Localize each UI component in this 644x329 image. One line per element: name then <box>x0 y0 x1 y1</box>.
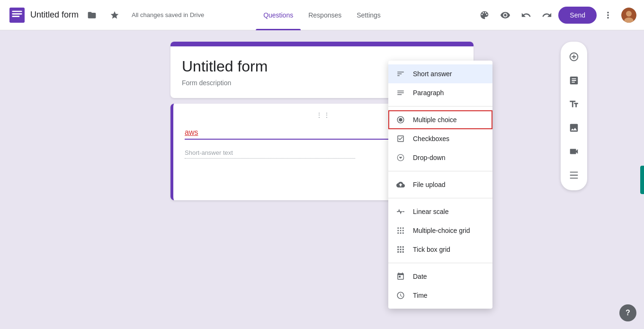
redo-button[interactable] <box>537 6 556 25</box>
svg-point-13 <box>402 227 404 229</box>
svg-rect-26 <box>397 251 399 253</box>
dropdown-label-linear-scale: Linear scale <box>413 208 449 215</box>
dropdown-label-multiple-choice-grid: Multiple-choice grid <box>413 227 470 234</box>
saved-text: All changes saved in Drive <box>132 11 204 18</box>
topbar-right: Send <box>475 6 636 25</box>
add-section-button[interactable] <box>563 164 585 187</box>
dropdown-item-checkboxes[interactable]: Checkboxes <box>388 129 492 148</box>
divider-1 <box>388 106 492 107</box>
divider-2 <box>388 171 492 171</box>
svg-rect-0 <box>9 8 25 23</box>
dropdown-menu: Short answer Paragraph Multiple choice C… <box>388 61 492 309</box>
import-questions-button[interactable] <box>563 69 585 92</box>
main-content: Untitled form Form description ⋮⋮ Short-… <box>0 30 644 329</box>
date-icon <box>396 272 405 281</box>
svg-rect-22 <box>402 246 404 248</box>
star-button[interactable] <box>105 6 124 25</box>
add-title-button[interactable] <box>563 93 585 116</box>
svg-point-12 <box>400 227 402 229</box>
dropdown-item-multiple-choice-grid[interactable]: Multiple-choice grid <box>388 221 492 240</box>
folder-button[interactable] <box>82 6 101 25</box>
dropdown-label-date: Date <box>413 273 427 280</box>
svg-point-10 <box>403 211 404 212</box>
dropdown-label-checkboxes: Checkboxes <box>413 135 449 142</box>
svg-rect-20 <box>397 246 399 248</box>
svg-rect-23 <box>397 249 399 250</box>
dropdown-item-time[interactable]: Time <box>388 286 492 305</box>
dropdown-item-file-upload[interactable]: File upload <box>388 175 492 194</box>
svg-point-19 <box>402 232 404 234</box>
dropdown-label-tick-box-grid: Tick box grid <box>413 246 450 253</box>
divider-3 <box>388 198 492 198</box>
svg-point-16 <box>402 230 404 231</box>
green-tab <box>640 166 644 194</box>
tab-responses[interactable]: Responses <box>301 0 349 30</box>
dropdown-icon <box>396 153 405 162</box>
send-button[interactable]: Send <box>558 7 597 24</box>
grid-icon <box>396 226 405 235</box>
time-icon <box>396 291 405 300</box>
dropdown-label-time: Time <box>413 292 428 299</box>
linear-scale-icon <box>396 207 405 216</box>
dropdown-item-linear-scale[interactable]: Linear scale <box>388 202 492 221</box>
tick-grid-icon <box>396 245 405 254</box>
svg-point-18 <box>400 232 402 234</box>
svg-rect-1 <box>12 10 22 12</box>
dropdown-item-date[interactable]: Date <box>388 267 492 286</box>
dropdown-label-file-upload: File upload <box>413 181 446 188</box>
dropdown-item-short-answer[interactable]: Short answer <box>388 64 492 83</box>
dropdown-label-paragraph: Paragraph <box>413 89 444 97</box>
dropdown-label-dropdown: Drop-down <box>413 154 445 161</box>
right-sidebar <box>561 42 587 190</box>
short-answer-icon <box>396 69 405 79</box>
palette-button[interactable] <box>475 6 494 25</box>
svg-rect-28 <box>402 251 404 253</box>
svg-rect-25 <box>402 249 404 250</box>
dropdown-item-multiple-choice[interactable]: Multiple choice <box>388 110 492 129</box>
svg-point-15 <box>400 230 402 231</box>
dropdown-label-short-answer: Short answer <box>413 70 452 78</box>
svg-point-5 <box>626 11 632 17</box>
short-answer-placeholder: Short-answer text <box>185 145 355 159</box>
svg-point-17 <box>397 232 399 234</box>
dropdown-item-paragraph[interactable]: Paragraph <box>388 83 492 102</box>
dropdown-label-multiple-choice: Multiple choice <box>413 116 457 124</box>
paragraph-icon <box>396 88 405 98</box>
undo-button[interactable] <box>517 6 536 25</box>
svg-point-11 <box>397 227 399 229</box>
radio-icon <box>396 115 405 124</box>
dropdown-item-dropdown[interactable]: Drop-down <box>388 148 492 167</box>
svg-rect-27 <box>400 251 402 253</box>
app-icon <box>8 6 27 25</box>
topbar-tabs: Questions Responses Settings <box>256 0 388 30</box>
svg-point-14 <box>397 230 399 231</box>
tab-questions[interactable]: Questions <box>256 0 301 30</box>
checkbox-icon <box>396 134 405 143</box>
more-options-button[interactable] <box>599 6 617 25</box>
dropdown-item-tick-box-grid[interactable]: Tick box grid <box>388 240 492 259</box>
upload-icon <box>396 180 405 189</box>
add-video-button[interactable] <box>563 140 585 163</box>
svg-rect-24 <box>400 249 402 250</box>
tab-settings[interactable]: Settings <box>349 0 388 30</box>
add-image-button[interactable] <box>563 116 585 139</box>
svg-rect-2 <box>12 13 22 15</box>
svg-point-9 <box>397 211 398 212</box>
avatar[interactable] <box>621 8 636 23</box>
divider-4 <box>388 263 492 263</box>
topbar: Untitled form All changes saved in Drive… <box>0 0 644 30</box>
topbar-left: Untitled form All changes saved in Drive <box>8 6 475 25</box>
svg-rect-3 <box>12 16 19 17</box>
help-button[interactable]: ? <box>619 304 636 321</box>
preview-button[interactable] <box>496 6 515 25</box>
form-title: Untitled form <box>30 10 79 20</box>
add-question-button[interactable] <box>563 45 585 68</box>
svg-rect-21 <box>400 246 402 248</box>
